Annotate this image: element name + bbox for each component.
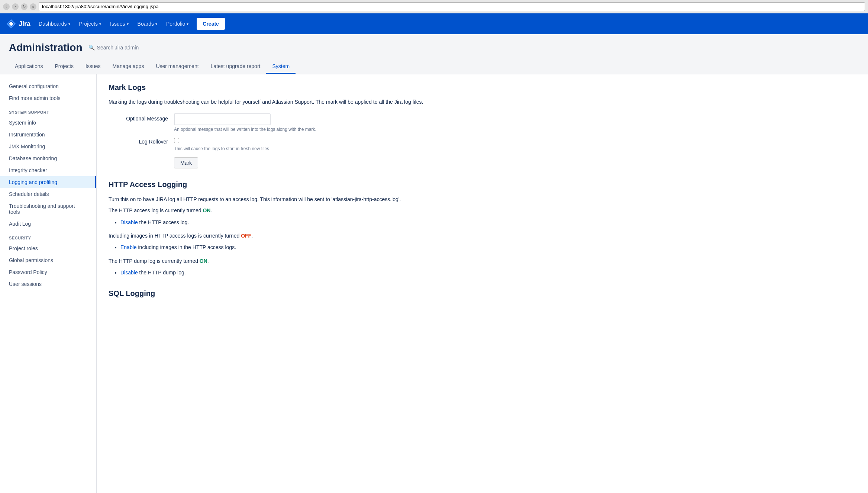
dump-status-para: The HTTP dump log is currently turned ON… bbox=[109, 257, 856, 265]
admin-header: Administration 🔍 Search Jira admin Appli… bbox=[0, 34, 868, 74]
sidebar-item-jmx-monitoring[interactable]: JMX Monitoring bbox=[0, 141, 96, 152]
log-rollover-hint: This will cause the logs to start in fre… bbox=[174, 146, 269, 151]
optional-message-input[interactable] bbox=[174, 113, 271, 125]
sidebar: General configuration Find more admin to… bbox=[0, 74, 97, 493]
disable-dump-link[interactable]: Disable bbox=[120, 270, 138, 276]
sidebar-item-logging-and-profiling[interactable]: Logging and profiling bbox=[0, 176, 96, 188]
page-title: Administration bbox=[9, 42, 83, 54]
disable-http-suffix: the HTTP access log. bbox=[138, 219, 189, 225]
images-status-para: Including images in HTTP access logs is … bbox=[109, 232, 856, 240]
http-access-logging-section: HTTP Access Logging Turn this on to have… bbox=[109, 180, 856, 277]
address-bar[interactable] bbox=[39, 2, 865, 11]
mark-logs-title: Mark Logs bbox=[109, 83, 856, 95]
sidebar-item-database-monitoring[interactable]: Database monitoring bbox=[0, 152, 96, 164]
tab-projects[interactable]: Projects bbox=[49, 59, 80, 74]
create-button[interactable]: Create bbox=[197, 18, 225, 30]
sql-logging-title: SQL Logging bbox=[109, 289, 856, 301]
http-access-logging-title: HTTP Access Logging bbox=[109, 180, 856, 192]
dump-actions: Disable the HTTP dump log. bbox=[120, 268, 856, 277]
chevron-down-icon: ▾ bbox=[99, 22, 101, 26]
optional-message-hint: An optional messge that will be written … bbox=[174, 127, 856, 132]
tab-applications[interactable]: Applications bbox=[9, 59, 49, 74]
mark-button[interactable]: Mark bbox=[174, 157, 198, 168]
chevron-down-icon: ▾ bbox=[127, 22, 129, 26]
main-layout: General configuration Find more admin to… bbox=[0, 74, 868, 493]
disable-dump-item: Disable the HTTP dump log. bbox=[120, 268, 856, 277]
admin-tabs: Applications Projects Issues Manage apps… bbox=[9, 59, 859, 74]
http-access-status-para: The HTTP access log is currently turned … bbox=[109, 206, 856, 215]
http-access-desc: Turn this on to have JIRA log all HTTP r… bbox=[109, 195, 856, 203]
disable-http-link[interactable]: Disable bbox=[120, 219, 138, 225]
back-button[interactable]: ‹ bbox=[3, 3, 10, 10]
chevron-down-icon: ▾ bbox=[187, 22, 188, 26]
search-admin-label: Search Jira admin bbox=[97, 45, 139, 51]
sidebar-item-password-policy[interactable]: Password Policy bbox=[0, 266, 96, 278]
tab-user-management[interactable]: User management bbox=[150, 59, 204, 74]
enable-images-suffix: including images in the HTTP access logs… bbox=[137, 244, 236, 250]
http-access-status-text: The HTTP access log is currently turned bbox=[109, 207, 203, 213]
mark-logs-section: Mark Logs Marking the logs during troubl… bbox=[109, 83, 856, 168]
dump-status-text: The HTTP dump log is currently turned bbox=[109, 258, 200, 264]
dump-status-value: ON bbox=[200, 258, 207, 264]
sidebar-section-system-support: SYSTEM SUPPORT bbox=[0, 104, 96, 117]
chevron-down-icon: ▾ bbox=[68, 22, 70, 26]
search-icon: 🔍 bbox=[88, 45, 95, 51]
nav-issues[interactable]: Issues ▾ bbox=[106, 18, 132, 30]
reload-button[interactable]: ↻ bbox=[21, 3, 28, 10]
sidebar-item-system-info[interactable]: System info bbox=[0, 117, 96, 129]
nav-dashboards[interactable]: Dashboards ▾ bbox=[35, 18, 74, 30]
tab-issues[interactable]: Issues bbox=[80, 59, 106, 74]
sidebar-item-general-configuration[interactable]: General configuration bbox=[0, 80, 96, 92]
disable-http-item: Disable the HTTP access log. bbox=[120, 218, 856, 227]
enable-images-item: Enable including images in the HTTP acce… bbox=[120, 243, 856, 252]
http-access-status-value: ON bbox=[203, 207, 210, 213]
images-status-text: Including images in HTTP access logs is … bbox=[109, 233, 241, 239]
mark-logs-description: Marking the logs during troubleshooting … bbox=[109, 98, 856, 106]
sql-logging-section: SQL Logging bbox=[109, 289, 856, 301]
log-rollover-label: Log Rollover bbox=[109, 138, 168, 145]
tab-system[interactable]: System bbox=[266, 59, 296, 74]
nav-portfolio[interactable]: Portfolio ▾ bbox=[162, 18, 192, 30]
disable-dump-suffix: the HTTP dump log. bbox=[138, 270, 186, 276]
log-rollover-checkbox[interactable] bbox=[174, 138, 179, 143]
images-actions: Enable including images in the HTTP acce… bbox=[120, 243, 856, 252]
content-area: Mark Logs Marking the logs during troubl… bbox=[97, 74, 868, 493]
tab-latest-upgrade-report[interactable]: Latest upgrade report bbox=[205, 59, 267, 74]
sidebar-item-integrity-checker[interactable]: Integrity checker bbox=[0, 164, 96, 176]
sidebar-item-instrumentation[interactable]: Instrumentation bbox=[0, 129, 96, 141]
log-rollover-field-wrap: This will cause the logs to start in fre… bbox=[174, 138, 269, 151]
tab-manage-apps[interactable]: Manage apps bbox=[107, 59, 150, 74]
sidebar-item-audit-log[interactable]: Audit Log bbox=[0, 218, 96, 230]
sidebar-section-security: SECURITY bbox=[0, 230, 96, 242]
http-access-actions: Disable the HTTP access log. bbox=[120, 218, 856, 227]
optional-message-field-wrap: An optional messge that will be written … bbox=[174, 113, 856, 132]
log-rollover-row: Log Rollover This will cause the logs to… bbox=[109, 138, 856, 151]
enable-images-link[interactable]: Enable bbox=[120, 244, 137, 250]
sidebar-item-scheduler-details[interactable]: Scheduler details bbox=[0, 188, 96, 200]
top-nav: Jira Dashboards ▾ Projects ▾ Issues ▾ Bo… bbox=[0, 13, 868, 34]
optional-message-row: Optional Message An optional messge that… bbox=[109, 113, 856, 132]
nav-boards[interactable]: Boards ▾ bbox=[134, 18, 161, 30]
sidebar-item-find-more-admin-tools[interactable]: Find more admin tools bbox=[0, 92, 96, 104]
sidebar-item-user-sessions[interactable]: User sessions bbox=[0, 278, 96, 290]
search-admin[interactable]: 🔍 Search Jira admin bbox=[88, 45, 139, 51]
optional-message-label: Optional Message bbox=[109, 113, 168, 122]
images-status-value: OFF bbox=[241, 233, 251, 239]
sidebar-item-global-permissions[interactable]: Global permissions bbox=[0, 254, 96, 266]
jira-logo: Jira bbox=[6, 19, 30, 29]
sidebar-item-troubleshooting[interactable]: Troubleshooting and support tools bbox=[0, 200, 96, 218]
sidebar-item-project-roles[interactable]: Project roles bbox=[0, 242, 96, 254]
nav-projects[interactable]: Projects ▾ bbox=[75, 18, 105, 30]
browser-bar: ‹ › ↻ ⌂ bbox=[0, 0, 868, 13]
forward-button[interactable]: › bbox=[12, 3, 19, 10]
home-button[interactable]: ⌂ bbox=[30, 3, 36, 10]
chevron-down-icon: ▾ bbox=[155, 22, 157, 26]
